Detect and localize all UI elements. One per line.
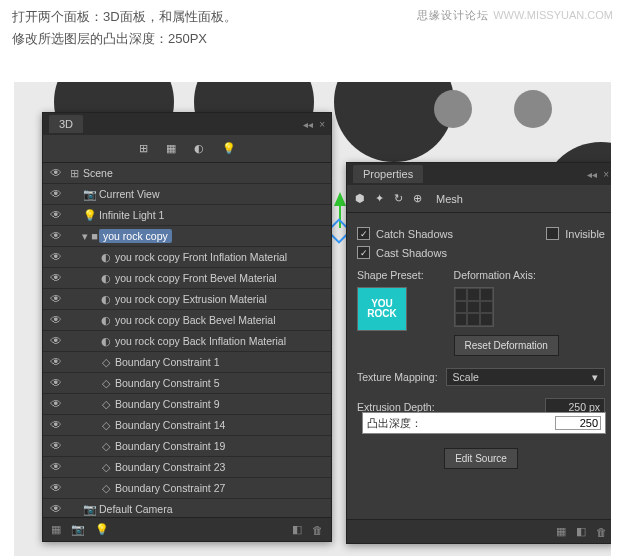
cast-shadows-checkbox[interactable]: ✓: [357, 246, 370, 259]
item-label: you rock copy: [99, 229, 172, 243]
item-type-icon: ◐: [97, 314, 115, 327]
render-icon[interactable]: ▦: [51, 523, 61, 536]
tab-3d[interactable]: 3D: [49, 115, 83, 133]
item-label: Boundary Constraint 1: [115, 356, 219, 368]
collapse-icon[interactable]: ◂◂: [587, 169, 597, 180]
filter-scene-icon[interactable]: ⊞: [139, 142, 148, 155]
visibility-icon[interactable]: 👁: [47, 166, 65, 180]
tree-item[interactable]: 👁◇Boundary Constraint 9: [43, 394, 331, 415]
filter-material-icon[interactable]: ◐: [194, 142, 204, 155]
invisible-checkbox[interactable]: [546, 227, 559, 240]
panel-properties: Properties ◂◂ × ⬢ ✦ ↻ ⊕ Mesh ✓ Catch Sha…: [346, 162, 611, 544]
item-type-icon: ◇: [97, 461, 115, 474]
options-icon[interactable]: ◧: [576, 525, 586, 538]
filter-mesh-icon[interactable]: ▦: [166, 142, 176, 155]
visibility-icon[interactable]: 👁: [47, 355, 65, 369]
catch-shadows-label: Catch Shadows: [376, 228, 453, 240]
tree-item[interactable]: 👁◐you rock copy Front Inflation Material: [43, 247, 331, 268]
shape-preset-label: Shape Preset:: [357, 269, 424, 281]
edit-source-button[interactable]: Edit Source: [444, 448, 518, 469]
item-type-icon: ◇: [97, 482, 115, 495]
item-type-icon: 💡: [81, 209, 99, 222]
tab-properties[interactable]: Properties: [353, 165, 423, 183]
filter-light-icon[interactable]: 💡: [222, 142, 236, 155]
tree-item[interactable]: 👁📷Current View: [43, 184, 331, 205]
item-type-icon: ◇: [97, 398, 115, 411]
annotation-overlay: 凸出深度：: [362, 412, 606, 434]
item-type-icon: 📷: [81, 503, 99, 516]
scene-root[interactable]: 👁 ⊞ Scene: [43, 163, 331, 184]
item-label: Current View: [99, 188, 160, 200]
deform-icon[interactable]: ✦: [375, 192, 384, 205]
visibility-icon[interactable]: 👁: [47, 334, 65, 348]
panel-props-tabbar: Properties ◂◂ ×: [347, 163, 611, 185]
catch-shadows-checkbox[interactable]: ✓: [357, 227, 370, 240]
item-label: Boundary Constraint 27: [115, 482, 225, 494]
collapse-icon[interactable]: ◂◂: [303, 119, 313, 130]
tree-item[interactable]: 👁◇Boundary Constraint 1: [43, 352, 331, 373]
visibility-icon[interactable]: 👁: [47, 460, 65, 474]
tree-item[interactable]: 👁◇Boundary Constraint 27: [43, 478, 331, 499]
delete-icon[interactable]: 🗑: [312, 524, 323, 536]
new-icon[interactable]: ◧: [292, 523, 302, 536]
delete-icon[interactable]: 🗑: [596, 526, 607, 538]
item-type-icon: ◐: [97, 293, 115, 306]
item-type-icon: ◐: [97, 272, 115, 285]
shape-preset-thumb[interactable]: YOU ROCK: [357, 287, 407, 331]
visibility-icon[interactable]: 👁: [47, 418, 65, 432]
tree-item[interactable]: 👁▾ ■you rock copy: [43, 226, 331, 247]
item-type-icon: ◇: [97, 377, 115, 390]
item-type-icon: ◐: [97, 335, 115, 348]
item-label: Boundary Constraint 19: [115, 440, 225, 452]
tree-item[interactable]: 👁💡Infinite Light 1: [43, 205, 331, 226]
deform-axis-label: Deformation Axis:: [454, 269, 559, 281]
tree-item[interactable]: 👁◐you rock copy Extrusion Material: [43, 289, 331, 310]
visibility-icon[interactable]: 👁: [47, 292, 65, 306]
texture-mapping-select[interactable]: Scale▾: [446, 368, 605, 386]
item-label: Boundary Constraint 14: [115, 419, 225, 431]
visibility-icon[interactable]: 👁: [47, 376, 65, 390]
visibility-icon[interactable]: 👁: [47, 313, 65, 327]
tree-item[interactable]: 👁◇Boundary Constraint 19: [43, 436, 331, 457]
camera-icon[interactable]: 📷: [71, 523, 85, 536]
item-label: Infinite Light 1: [99, 209, 164, 221]
item-label: you rock copy Back Bevel Material: [115, 314, 275, 326]
cap-icon[interactable]: ↻: [394, 192, 403, 205]
mesh-icon[interactable]: ⬢: [355, 192, 365, 205]
cast-shadows-label: Cast Shadows: [376, 247, 447, 259]
visibility-icon[interactable]: 👁: [47, 271, 65, 285]
item-label: you rock copy Front Inflation Material: [115, 251, 287, 263]
coord-icon[interactable]: ⊕: [413, 192, 422, 205]
visibility-icon[interactable]: 👁: [47, 481, 65, 495]
visibility-icon[interactable]: 👁: [47, 439, 65, 453]
reset-deformation-button[interactable]: Reset Deformation: [454, 335, 559, 356]
visibility-icon[interactable]: 👁: [47, 502, 65, 516]
tree-item[interactable]: 👁◇Boundary Constraint 5: [43, 373, 331, 394]
panel-3d-tabbar: 3D ◂◂ ×: [43, 113, 331, 135]
visibility-icon[interactable]: 👁: [47, 229, 65, 243]
deform-axis-grid[interactable]: [454, 287, 494, 327]
visibility-icon[interactable]: 👁: [47, 397, 65, 411]
item-label: you rock copy Back Inflation Material: [115, 335, 286, 347]
tree-item[interactable]: 👁◐you rock copy Back Inflation Material: [43, 331, 331, 352]
annotation-input[interactable]: [555, 416, 601, 430]
watermark: 思缘设计论坛WWW.MISSYUAN.COM: [417, 8, 613, 23]
visibility-icon[interactable]: 👁: [47, 208, 65, 222]
tree-item[interactable]: 👁◇Boundary Constraint 14: [43, 415, 331, 436]
item-label: Boundary Constraint 9: [115, 398, 219, 410]
item-label: Default Camera: [99, 503, 173, 515]
tree-item[interactable]: 👁◐you rock copy Back Bevel Material: [43, 310, 331, 331]
light-add-icon[interactable]: 💡: [95, 523, 109, 536]
close-icon[interactable]: ×: [603, 169, 609, 180]
panel-3d-toolbar: ⊞ ▦ ◐ 💡: [43, 135, 331, 163]
item-type-icon: ◇: [97, 356, 115, 369]
tree-item[interactable]: 👁◐you rock copy Front Bevel Material: [43, 268, 331, 289]
item-type-icon: 📷: [81, 188, 99, 201]
item-label: you rock copy Front Bevel Material: [115, 272, 277, 284]
render-icon[interactable]: ▦: [556, 525, 566, 538]
tree-item[interactable]: 👁◇Boundary Constraint 23: [43, 457, 331, 478]
visibility-icon[interactable]: 👁: [47, 250, 65, 264]
close-icon[interactable]: ×: [319, 119, 325, 130]
visibility-icon[interactable]: 👁: [47, 187, 65, 201]
chevron-down-icon: ▾: [592, 371, 598, 383]
